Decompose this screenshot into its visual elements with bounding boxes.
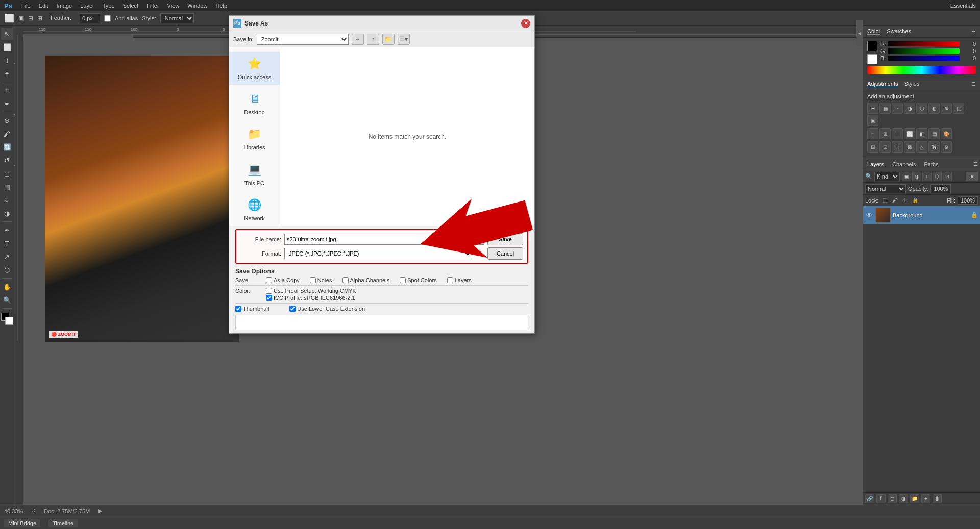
clone-stamp-tool[interactable]: 🔃 [1,141,13,153]
adj-icon-3-2[interactable]: ⊡ [879,141,891,153]
style-select[interactable]: Normal [160,13,194,23]
refresh-icon[interactable]: ↺ [31,508,36,514]
dodge-tool[interactable]: ◑ [1,207,13,219]
move-tool[interactable]: ↖ [1,28,13,40]
menu-help[interactable]: Help [212,2,230,10]
spot-colors-checkbox-label[interactable]: Spot Colors [400,277,436,283]
filter-shape-icon[interactable]: ⬡ [933,172,942,181]
adj-vibrance[interactable]: ⬡ [916,103,927,114]
layers-panel-menu[interactable]: ☰ [973,161,978,167]
sidebar-libraries[interactable]: 📁 Libraries [229,122,280,155]
alpha-channels-checkbox[interactable] [342,277,349,283]
text-tool[interactable]: T [1,237,13,249]
new-layer-btn[interactable]: + [921,494,930,503]
file-name-input[interactable] [284,234,472,245]
adj-invert[interactable]: ⬛ [892,128,903,139]
anti-alias-checkbox[interactable] [104,13,111,23]
bg-color-swatch[interactable] [867,54,877,64]
sidebar-desktop[interactable]: 🖥 Desktop [229,87,280,120]
use-proof-checkbox[interactable] [266,288,272,294]
adj-exposure[interactable]: ◑ [904,103,915,114]
use-proof-checkbox-label[interactable]: Use Proof Setup: Working CMYK [266,288,356,294]
tab-styles[interactable]: Styles [904,81,920,87]
tab-layers[interactable]: Layers [865,161,886,167]
hand-tool[interactable]: ✋ [1,281,13,293]
icc-profile-checkbox[interactable] [266,295,272,301]
b-slider[interactable] [888,56,960,61]
fg-bg-colors[interactable] [1,313,13,325]
marquee-tool[interactable]: ⬜ [1,41,13,53]
adj-photo-filter[interactable]: ▣ [867,115,878,126]
link-layers-btn[interactable]: 🔗 [865,494,874,503]
add-layer-style-btn[interactable]: f [876,494,886,503]
lock-transparent-icon[interactable]: ⬚ [880,196,889,205]
adj-icon-3-3[interactable]: ◻ [892,141,903,153]
fg-color-swatch[interactable] [867,41,877,51]
adj-icon-3-7[interactable]: ⊗ [941,141,952,153]
layers-checkbox[interactable] [447,277,453,283]
background-color[interactable] [5,317,13,325]
feather-input[interactable] [80,13,100,23]
notes-checkbox[interactable] [310,277,316,283]
adj-black-white[interactable]: ◫ [953,103,964,114]
adj-color-lookup[interactable]: ⊞ [879,128,891,139]
adj-selective-color[interactable]: 🎨 [941,128,952,139]
menu-file[interactable]: File [18,2,34,10]
menu-select[interactable]: Select [120,2,142,10]
layers-kind-select[interactable]: Kind [874,172,900,181]
adj-brightness[interactable]: ☀ [867,103,878,114]
filter-pixel-icon[interactable]: ▣ [902,172,911,181]
healing-brush-tool[interactable]: ⊕ [1,114,13,127]
opacity-input[interactable] [930,184,951,193]
blur-tool[interactable]: ○ [1,194,13,206]
adj-hue-sat[interactable]: ◐ [928,103,940,114]
adj-icon-3-6[interactable]: ⌘ [928,141,940,153]
lower-case-checkbox[interactable] [289,306,296,312]
layers-checkbox-label[interactable]: Layers [447,277,472,283]
lasso-tool[interactable]: ⌇ [1,54,13,66]
lock-pixels-icon[interactable]: 🖌 [891,196,899,205]
filter-adj-icon[interactable]: ◑ [912,172,921,181]
filter-toggle[interactable]: ● [966,172,978,181]
eyedropper-tool[interactable]: ✒ [1,97,13,110]
path-select-tool[interactable]: ↗ [1,250,13,263]
nav-up-btn[interactable]: ↑ [367,34,379,45]
shape-tool[interactable]: ⬡ [1,264,13,276]
color-panel-menu[interactable]: ☰ [971,29,976,34]
fill-input[interactable] [958,196,978,205]
thumbnail-checkbox[interactable] [235,306,241,312]
icc-profile-checkbox-label[interactable]: ICC Profile: sRGB IEC61966-2.1 [266,295,356,301]
tab-paths[interactable]: Paths [922,161,941,167]
brush-tool[interactable]: 🖌 [1,128,13,140]
add-mask-btn[interactable]: ◻ [888,494,897,503]
new-group-btn[interactable]: 📁 [910,494,919,503]
adj-icon-3-4[interactable]: ⊠ [904,141,915,153]
new-fill-adj-btn[interactable]: ◑ [899,494,908,503]
crop-tool[interactable]: ⌗ [1,84,13,96]
lock-position-icon[interactable]: ✛ [901,196,909,205]
panel-collapse-btn[interactable]: ◀ [856,20,863,46]
filter-smart-icon[interactable]: ⊞ [943,172,952,181]
magic-wand-tool[interactable]: ✦ [1,67,13,80]
history-brush-tool[interactable]: ↺ [1,154,13,166]
notes-checkbox-label[interactable]: Notes [310,277,332,283]
gradient-tool[interactable]: ▦ [1,181,13,193]
save-button[interactable]: Save [487,233,523,245]
color-spectrum[interactable] [867,66,976,74]
menu-layer[interactable]: Layer [77,2,97,10]
mini-bridge-tab[interactable]: Mini Bridge [4,519,40,527]
sidebar-quick-access[interactable]: ⭐ Quick access [229,52,280,85]
r-slider[interactable] [888,41,960,46]
save-in-select[interactable]: Zoomit [257,34,349,45]
nav-view-btn[interactable]: ☰▾ [398,34,410,45]
layer-item-background[interactable]: 👁 Background 🔒 [863,206,980,224]
menu-filter[interactable]: Filter [143,2,162,10]
adj-gradient-map[interactable]: ▤ [928,128,940,139]
layer-visibility-icon[interactable]: 👁 [865,211,873,219]
progress-arrow[interactable]: ▶ [98,508,102,514]
lower-case-checkbox-label[interactable]: Use Lower Case Extension [289,306,365,312]
adj-posterize[interactable]: ⬜ [904,128,915,139]
file-name-dropdown-btn[interactable]: ▾ [475,234,484,245]
adj-panel-menu[interactable]: ☰ [971,81,976,87]
menu-edit[interactable]: Edit [36,2,52,10]
